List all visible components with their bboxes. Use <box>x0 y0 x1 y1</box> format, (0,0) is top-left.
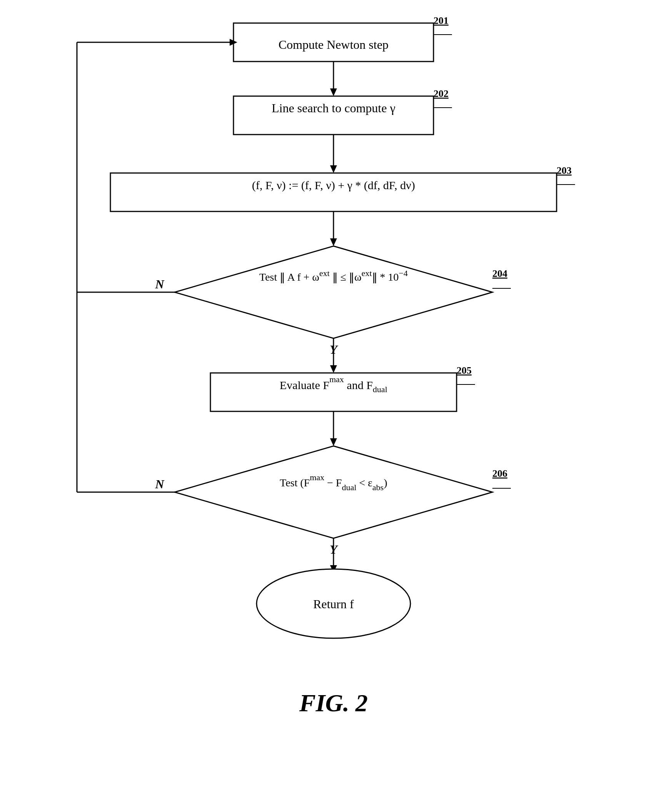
svg-marker-36 <box>175 446 492 538</box>
svg-text:Line search to compute γ: Line search to compute γ <box>272 101 395 115</box>
svg-text:201: 201 <box>434 15 449 26</box>
svg-text:205: 205 <box>457 365 472 376</box>
svg-text:204: 204 <box>492 268 507 279</box>
svg-marker-11 <box>330 165 337 173</box>
svg-text:202: 202 <box>434 88 449 99</box>
svg-text:203: 203 <box>557 165 572 176</box>
svg-text:Return f: Return f <box>313 597 354 611</box>
svg-marker-5 <box>330 88 337 96</box>
diagram-container: Compute Newton step 201 Line search to c… <box>0 0 667 730</box>
svg-marker-29 <box>330 365 337 373</box>
svg-marker-35 <box>330 438 337 446</box>
connector-svg: Compute Newton step 201 Line search to c… <box>0 0 667 761</box>
svg-marker-18 <box>175 246 492 338</box>
svg-text:Compute Newton step: Compute Newton step <box>278 38 389 52</box>
svg-text:(f, F, ν) := (f, F, ν) + γ * (: (f, F, ν) := (f, F, ν) + γ * (df, dF, dν… <box>252 179 415 192</box>
svg-text:FIG. 2: FIG. 2 <box>299 689 368 717</box>
svg-text:N: N <box>155 477 165 491</box>
svg-text:N: N <box>155 277 165 291</box>
svg-text:206: 206 <box>492 468 507 479</box>
svg-marker-17 <box>330 238 337 246</box>
